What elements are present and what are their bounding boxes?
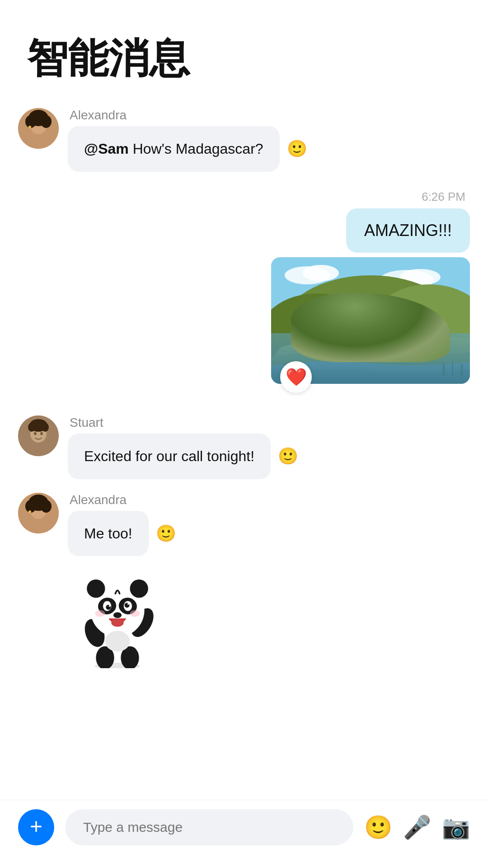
- mention: @Sam: [84, 141, 129, 157]
- add-button[interactable]: +: [18, 809, 54, 845]
- bubble-wrapper-stuart: Excited for our call tonight! 🙂: [68, 434, 298, 479]
- svg-point-40: [28, 510, 31, 513]
- message-row: Alexandra @Sam How's Madagascar? 🙂: [18, 108, 470, 172]
- camera-icon[interactable]: 📷: [442, 814, 470, 840]
- svg-point-24: [429, 319, 439, 329]
- svg-point-62: [105, 631, 130, 652]
- svg-point-48: [87, 580, 105, 598]
- add-icon: +: [30, 816, 42, 837]
- svg-point-31: [34, 432, 37, 435]
- avatar-alexandra: [18, 108, 59, 149]
- svg-point-29: [28, 423, 35, 432]
- svg-point-15: [366, 284, 470, 384]
- reaction-button-alexandra2[interactable]: 🙂: [156, 524, 176, 543]
- input-bar: + 🙂 🎤 📷: [0, 800, 488, 868]
- svg-rect-20: [452, 361, 453, 376]
- svg-point-57: [127, 603, 129, 605]
- svg-point-56: [109, 605, 111, 607]
- svg-rect-21: [461, 364, 463, 376]
- avatar-alexandra2: [18, 493, 59, 533]
- sent-message-group: 6:26 PM AMAZING!!!: [18, 190, 470, 384]
- svg-point-6: [30, 111, 47, 122]
- svg-point-22: [410, 320, 421, 330]
- message-content-alexandra2: Alexandra Me too! 🙂: [68, 493, 176, 670]
- image-message: ❤️: [271, 257, 470, 384]
- message-timestamp: 6:26 PM: [422, 190, 470, 204]
- svg-point-59: [111, 618, 124, 627]
- message-input[interactable]: [65, 809, 353, 845]
- sender-name-alexandra2: Alexandra: [68, 493, 176, 507]
- sender-name: Alexandra: [68, 108, 307, 123]
- heart-reaction[interactable]: ❤️: [280, 361, 312, 393]
- panda-sticker: [68, 569, 167, 668]
- panda-sticker-area: [68, 569, 176, 670]
- message-row-stuart: Stuart Excited for our call tonight! 🙂: [18, 415, 470, 479]
- svg-point-23: [420, 317, 429, 326]
- message-content: Alexandra @Sam How's Madagascar? 🙂: [68, 108, 307, 172]
- mic-icon[interactable]: 🎤: [403, 814, 431, 840]
- message-row-alexandra2: Alexandra Me too! 🙂: [18, 493, 470, 670]
- page-title: 智能消息: [0, 0, 488, 99]
- message-content-stuart: Stuart Excited for our call tonight! 🙂: [68, 415, 298, 479]
- message-text: How's Madagascar?: [133, 141, 263, 157]
- chat-area: Alexandra @Sam How's Madagascar? 🙂 6:26 …: [0, 99, 488, 760]
- svg-point-32: [40, 432, 43, 435]
- reaction-button[interactable]: 🙂: [287, 139, 307, 158]
- svg-point-30: [42, 423, 49, 432]
- svg-point-61: [130, 610, 140, 617]
- svg-point-60: [95, 610, 105, 617]
- message-bubble: @Sam How's Madagascar?: [68, 126, 280, 172]
- message-bubble-metoo: Me too!: [68, 511, 149, 557]
- svg-rect-19: [443, 363, 445, 376]
- avatar-stuart: [18, 415, 59, 456]
- message-bubble-stuart: Excited for our call tonight!: [68, 434, 271, 479]
- svg-point-10: [303, 265, 339, 281]
- reaction-button-stuart[interactable]: 🙂: [278, 447, 298, 466]
- sender-name-stuart: Stuart: [68, 415, 298, 430]
- sent-bubble: AMAZING!!!: [346, 208, 470, 253]
- bubble-wrapper: @Sam How's Madagascar? 🙂: [68, 126, 307, 172]
- svg-point-58: [113, 613, 122, 618]
- svg-point-7: [28, 126, 31, 128]
- bubble-wrapper-alexandra2: Me too! 🙂: [68, 511, 176, 557]
- svg-point-39: [30, 495, 47, 506]
- svg-point-49: [130, 580, 148, 598]
- emoji-icon[interactable]: 🙂: [364, 814, 392, 840]
